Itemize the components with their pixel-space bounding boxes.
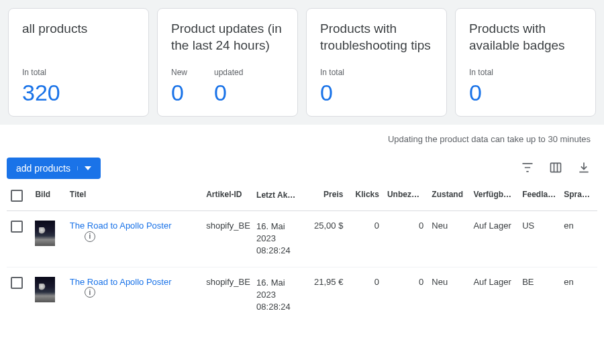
metric-label: updated bbox=[214, 68, 243, 77]
cell-unpaid: 0 bbox=[383, 211, 427, 267]
product-title-link[interactable]: The Road to Apollo Poster bbox=[70, 221, 172, 231]
col-feedlabel[interactable]: Feedlabel bbox=[518, 183, 560, 211]
table-row[interactable]: The Road to Apollo Poster i shopify_BE 1… bbox=[7, 211, 597, 267]
card-troubleshooting[interactable]: Products with troubleshooting tips In to… bbox=[306, 8, 447, 117]
card-title: all products bbox=[22, 21, 135, 54]
table-row[interactable]: The Road to Apollo Poster i shopify_BE 1… bbox=[7, 267, 597, 322]
card-title: Product updates (in the last 24 hours) bbox=[171, 21, 284, 54]
metric-value: 0 bbox=[214, 81, 243, 104]
metric-label: In total bbox=[22, 68, 60, 77]
col-title[interactable]: Titel bbox=[66, 183, 202, 211]
card-badges[interactable]: Products with available badges In total … bbox=[455, 8, 596, 117]
cell-updated: 16. Mai 2023 08:28:24 bbox=[252, 267, 301, 322]
select-all-checkbox[interactable] bbox=[11, 190, 23, 202]
cell-price: 25,00 $ bbox=[301, 211, 348, 267]
product-title-link[interactable]: The Road to Apollo Poster bbox=[70, 277, 172, 287]
chevron-down-icon bbox=[77, 166, 91, 170]
metric-value: 0 bbox=[469, 81, 493, 104]
cell-status: Neu bbox=[427, 211, 469, 267]
col-language[interactable]: Sprache bbox=[560, 183, 597, 211]
cell-article: shopify_BE bbox=[202, 211, 252, 267]
col-image[interactable]: Bild bbox=[31, 183, 65, 211]
svg-rect-0 bbox=[551, 163, 561, 172]
cell-unpaid: 0 bbox=[383, 267, 427, 322]
col-status[interactable]: Zustand bbox=[427, 183, 469, 211]
columns-icon[interactable] bbox=[549, 161, 562, 176]
table-toolbar: add products bbox=[0, 154, 604, 183]
metric-value: 320 bbox=[22, 81, 60, 104]
cell-language: en bbox=[560, 267, 597, 322]
col-updated[interactable]: Letzt Aktu bbox=[252, 183, 301, 211]
col-price[interactable]: Preis bbox=[301, 183, 348, 211]
col-availability[interactable]: Verfügbark bbox=[469, 183, 518, 211]
cell-price: 21,95 € bbox=[301, 267, 348, 322]
card-product-updates[interactable]: Product updates (in the last 24 hours) N… bbox=[157, 8, 298, 117]
cell-availability: Auf Lager bbox=[469, 211, 518, 267]
info-icon[interactable]: i bbox=[85, 231, 95, 242]
metric-label: In total bbox=[469, 68, 493, 77]
col-article[interactable]: Artikel-ID bbox=[202, 183, 252, 211]
row-checkbox[interactable] bbox=[11, 221, 23, 233]
card-title: Products with available badges bbox=[469, 21, 582, 54]
card-all-products[interactable]: all products In total 320 bbox=[8, 8, 149, 117]
product-thumbnail[interactable] bbox=[35, 221, 55, 246]
metric-value: 0 bbox=[320, 81, 344, 104]
metric-label: New bbox=[171, 68, 187, 77]
col-clicks[interactable]: Klicks bbox=[347, 183, 383, 211]
info-icon[interactable]: i bbox=[85, 287, 95, 298]
filter-icon[interactable] bbox=[521, 161, 534, 176]
cell-feedlabel: BE bbox=[518, 267, 560, 322]
cell-status: Neu bbox=[427, 267, 469, 322]
col-unpaid[interactable]: Unbezahl Klicks bbox=[383, 183, 427, 211]
cell-clicks: 0 bbox=[347, 211, 383, 267]
cell-availability: Auf Lager bbox=[469, 267, 518, 322]
product-thumbnail[interactable] bbox=[35, 277, 55, 302]
download-icon[interactable] bbox=[577, 161, 591, 176]
card-title: Products with troubleshooting tips bbox=[320, 21, 433, 54]
add-products-label: add products bbox=[16, 163, 70, 174]
summary-cards-row: all products In total 320 Product update… bbox=[0, 0, 604, 125]
cell-article: shopify_BE bbox=[202, 267, 252, 322]
cell-language: en bbox=[560, 211, 597, 267]
metric-value: 0 bbox=[171, 81, 187, 104]
products-table: Bild Titel Artikel-ID Letzt Aktu Preis K… bbox=[7, 183, 597, 322]
metric-label: In total bbox=[320, 68, 344, 77]
sort-desc-icon bbox=[300, 190, 301, 200]
cell-updated: 16. Mai 2023 08:28:24 bbox=[252, 211, 301, 267]
cell-clicks: 0 bbox=[347, 267, 383, 322]
add-products-button[interactable]: add products bbox=[7, 158, 101, 179]
update-notice: Updating the product data can take up to… bbox=[0, 125, 604, 154]
cell-feedlabel: US bbox=[518, 211, 560, 267]
row-checkbox[interactable] bbox=[11, 277, 23, 289]
